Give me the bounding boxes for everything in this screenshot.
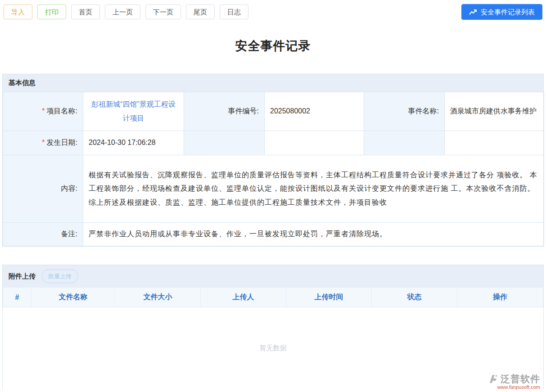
next-page-button[interactable]: 下一页 [145, 5, 181, 19]
import-button[interactable]: 导入 [4, 5, 32, 19]
event-name-label: 事件名称: [364, 92, 445, 131]
attachments-panel: 附件上传 批量上传 # 文件名称 文件大小 上传人 上传时间 状态 操作 暂无数… [2, 265, 544, 389]
empty-cell [364, 131, 445, 155]
basic-info-section-header: 基本信息 [3, 74, 543, 92]
last-page-button[interactable]: 尾页 [186, 5, 215, 19]
attachments-table: # 文件名称 文件大小 上传人 上传时间 状态 操作 暂无数据 [3, 288, 543, 389]
required-asterisk: * [42, 107, 45, 115]
column-header-file-name: 文件名称 [32, 288, 115, 307]
column-header-uploader: 上传人 [201, 288, 286, 307]
attachments-section-header: 附件上传 批量上传 [3, 265, 543, 288]
safety-event-list-button-label: 安全事件记录列表 [481, 9, 535, 15]
column-header-status: 状态 [372, 288, 457, 307]
print-button[interactable]: 打印 [37, 5, 66, 19]
attachments-section-title: 附件上传 [9, 272, 36, 281]
page-title: 安全事件记录 [0, 38, 546, 54]
empty-cell [184, 131, 265, 155]
empty-cell [445, 131, 544, 155]
log-button[interactable]: 日志 [220, 5, 248, 19]
fanpu-watermark: 泛普软件 www.fanpusoft.com [487, 373, 540, 390]
column-header-upload-time: 上传时间 [286, 288, 372, 307]
trend-chart-icon [469, 9, 477, 15]
basic-info-section-title: 基本信息 [9, 79, 36, 87]
content-label: 内容: [3, 155, 83, 223]
safety-event-list-button[interactable]: 安全事件记录列表 [461, 4, 542, 20]
remark-value: 严禁非作业人员动用或从事非专业设备、作业，一旦被发现立即处罚，严重者清除现场。 [83, 223, 544, 246]
project-name-value[interactable]: 彭祖新城“四馆”景观工程设计项目 [83, 92, 184, 131]
column-header-file-size: 文件大小 [115, 288, 201, 307]
occur-date-label: *发生日期: [3, 131, 83, 155]
toolbar: 导入 打印 首页 上一页 下一页 尾页 日志 安全事件记录列表 [0, 0, 546, 23]
table-row: 内容: 根据有关试验报告、沉降观察报告、监理单位的质量评估报告等资料，主体工程结… [3, 155, 544, 223]
project-name-label: *项目名称: [3, 92, 83, 131]
column-header-index: # [3, 288, 32, 307]
fanpu-logo-icon [487, 374, 498, 384]
brand-name: 泛普软件 [501, 373, 540, 385]
basic-info-table: *项目名称: 彭祖新城“四馆”景观工程设计项目 事件编号: 2025080002… [3, 92, 544, 246]
required-asterisk: * [42, 139, 45, 146]
brand-site-url: www.fanpusoft.com [487, 384, 540, 390]
event-no-label: 事件编号: [184, 92, 265, 131]
batch-upload-button[interactable]: 批量上传 [42, 270, 78, 283]
attachments-header-row: # 文件名称 文件大小 上传人 上传时间 状态 操作 [3, 288, 543, 307]
column-header-operation: 操作 [457, 288, 543, 307]
empty-state-text: 暂无数据 [3, 307, 543, 389]
basic-info-panel: 基本信息 *项目名称: 彭祖新城“四馆”景观工程设计项目 事件编号: 20250… [2, 74, 544, 247]
event-name-value: 酒泉城市房建供水事务维护 [445, 92, 544, 131]
content-value: 根据有关试验报告、沉降观察报告、监理单位的质量评估报告等资料，主体工程结构工程质… [83, 155, 544, 223]
empty-cell [265, 131, 364, 155]
empty-state-row: 暂无数据 [3, 307, 543, 389]
event-no-value: 2025080002 [265, 92, 364, 131]
table-row: 备注: 严禁非作业人员动用或从事非专业设备、作业，一旦被发现立即处罚，严重者清除… [3, 223, 544, 246]
remark-label: 备注: [3, 223, 83, 246]
table-row: *项目名称: 彭祖新城“四馆”景观工程设计项目 事件编号: 2025080002… [3, 92, 544, 131]
first-page-button[interactable]: 首页 [71, 5, 100, 19]
occur-date-value: 2024-10-30 17:06:28 [83, 131, 184, 155]
table-row: *发生日期: 2024-10-30 17:06:28 [3, 131, 544, 155]
prev-page-button[interactable]: 上一页 [105, 5, 140, 19]
